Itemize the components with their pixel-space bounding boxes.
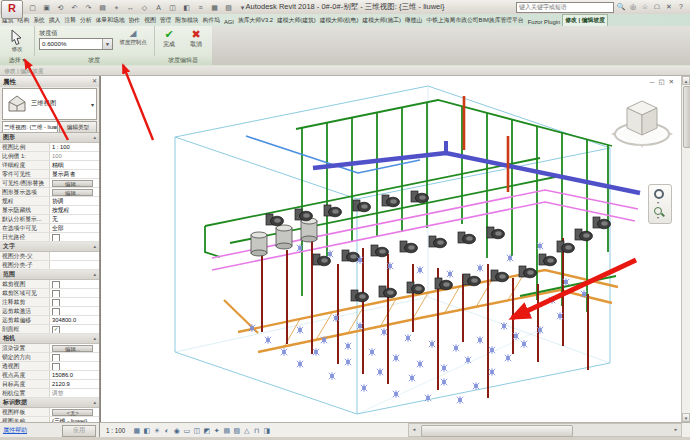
scroll-right-icon[interactable]: ► [671,424,681,436]
ribbon-tab[interactable]: 插入 [47,15,63,26]
property-value[interactable]: 协调 [50,197,99,205]
property-value[interactable]: 15086.0 [50,371,99,379]
property-section-header[interactable]: 标识数据 [0,398,99,408]
search-binoculars-icon[interactable]: 🔍 [616,2,626,12]
property-edit-button[interactable]: 编辑... [52,345,93,352]
modify-cursor-icon[interactable] [10,29,23,45]
horizontal-scroll-thumb[interactable] [421,425,573,437]
temporary-hide-isolate-icon[interactable]: ◩ [202,426,211,435]
scroll-down-icon[interactable]: ▼ [682,413,690,422]
property-section-header[interactable]: 图形 [0,133,99,143]
ribbon-tab[interactable]: 建模大师(建筑) [275,15,318,26]
ribbon-tab[interactable]: 建模大师(施工) [360,15,403,26]
ribbon-tab[interactable]: 体量和场地 [94,15,127,26]
apply-button[interactable]: 应用 [62,425,96,437]
view-scale-button[interactable]: 1 : 100 [104,426,127,435]
property-value[interactable]: 304800.0 [50,316,99,324]
shadows-icon[interactable]: ◐ [162,426,171,435]
visual-style-icon[interactable]: ◧ [142,426,151,435]
detail-level-icon[interactable]: ▦ [132,426,141,435]
property-value[interactable]: <无> [50,408,99,416]
cancel-button[interactable]: ✖ 取消 [183,28,209,54]
reveal-hidden-elements-icon[interactable]: ✦ [212,426,221,435]
sun-path-icon[interactable]: ☀ [152,426,161,435]
vertical-scrollbar[interactable]: ▲ ▼ [681,76,690,422]
ribbon-tab[interactable]: 建模大师(机电) [318,15,361,26]
property-value[interactable] [50,298,99,306]
property-value[interactable]: 无 [50,215,99,223]
ribbon-tab[interactable]: 附加模块 [173,15,200,26]
property-value[interactable]: 1 : 100 [50,143,99,151]
favorites-star-icon[interactable]: ☆ [640,2,650,12]
ribbon-tab[interactable]: 构件坞 [201,15,222,26]
property-checkbox[interactable] [52,299,60,306]
property-value[interactable] [50,307,99,315]
reveal-constraints-icon[interactable]: ⊓ [252,426,261,435]
ribbon-tab[interactable]: 视图 [142,15,158,26]
ribbon-tab[interactable]: 中铁上海局市政公司BIM族库管理平台 [424,15,525,26]
properties-help-link[interactable]: 属性帮助 [3,426,27,435]
horizontal-scrollbar[interactable]: ◄ ► [408,423,682,437]
chevron-down-icon[interactable]: ▾ [91,101,94,108]
scroll-up-icon[interactable]: ▲ [682,76,690,85]
property-value[interactable]: 调整 [50,389,99,397]
finish-button[interactable]: ✔ 完成 [156,28,182,54]
property-value[interactable] [50,289,99,297]
vertical-scroll-thumb[interactable] [683,86,690,148]
scroll-left-icon[interactable]: ◄ [409,424,419,436]
worksharing-display-icon[interactable]: ▤ [222,426,231,435]
zoom-icon[interactable] [654,207,662,215]
property-value[interactable] [50,280,99,288]
property-checkbox[interactable] [52,308,60,315]
help-icon[interactable]: ? [676,2,686,12]
analytical-model-icon[interactable]: △ [242,426,251,435]
property-section-header[interactable]: 相机 [0,334,99,344]
property-value[interactable]: 全部 [50,224,99,232]
steering-wheel-icon[interactable] [654,189,664,199]
chevron-down-icon[interactable]: ∨ [53,122,57,132]
ribbon-tab[interactable]: Fuzor Plugin [526,18,563,26]
infocenter-search-input[interactable] [516,2,614,13]
chevron-down-icon[interactable]: ▼ [102,39,112,49]
restore-view-icon[interactable]: ◱ [658,78,664,86]
ribbon-tab[interactable]: 橄榄山 [403,15,424,26]
close-view-icon[interactable]: ✕ [669,78,674,86]
property-section-header[interactable]: 文字 [0,242,99,252]
select-panel-label[interactable]: 选择 ▾ [0,56,34,65]
property-checkbox[interactable] [52,281,60,288]
property-value[interactable]: 编辑... [50,344,99,352]
model-3d-view[interactable] [100,76,682,422]
property-value[interactable]: 显示两者 [50,170,99,178]
property-edit-button[interactable]: 编辑... [52,180,93,187]
property-checkbox[interactable] [52,363,60,370]
property-checkbox[interactable] [52,234,60,241]
ribbon-tab[interactable]: AGI [222,18,236,26]
property-edit-button[interactable]: 编辑... [52,189,93,196]
ribbon-tab[interactable]: 管理 [158,15,174,26]
close-icon[interactable]: ✕ [92,76,97,87]
sign-in-icon[interactable]: ☖ [652,2,662,12]
property-checkbox[interactable] [52,290,60,297]
property-value[interactable]: 2120.9 [50,380,99,388]
ribbon-tab[interactable]: 协作 [127,15,143,26]
chevron-down-icon[interactable]: ▾ [657,215,659,220]
type-selector[interactable]: 三维视图 ▾ [2,88,97,120]
property-value[interactable]: ✓ [50,325,99,333]
chevron-down-icon[interactable]: ▾ [657,200,659,205]
property-value[interactable]: 100 [50,152,99,160]
ribbon-tab-active[interactable]: 修改 | 编辑坡度 [562,14,608,26]
communication-center-icon[interactable]: ◎ [628,2,638,12]
slope-value-dropdown[interactable]: 0.6000% ▼ [39,38,113,50]
displacement-icon[interactable]: ◨ [262,426,271,435]
property-value[interactable]: 编辑... [50,188,99,196]
application-menu-button[interactable]: R [1,0,23,19]
property-value[interactable] [50,362,99,370]
property-section-header[interactable]: 范围 [0,270,99,280]
ribbon-tab[interactable]: 分析 [78,15,94,26]
property-value[interactable]: 精细 [50,161,99,169]
property-value[interactable] [50,261,99,269]
property-value[interactable] [50,233,99,241]
ribbon-tab[interactable]: 系统 [31,15,47,26]
ribbon-tab[interactable]: 注释 [62,15,78,26]
properties-header[interactable]: 属性 ✕ [0,76,99,87]
